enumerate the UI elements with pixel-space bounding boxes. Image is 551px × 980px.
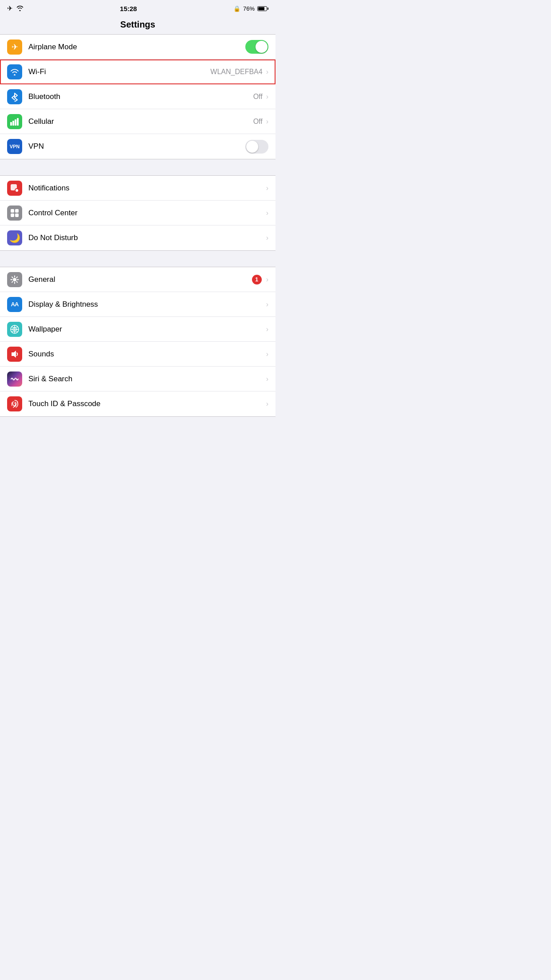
- orientation-lock-icon: 🔒: [233, 5, 240, 12]
- notifications-icon: [7, 181, 22, 196]
- row-vpn[interactable]: VPN VPN: [0, 134, 276, 159]
- row-display[interactable]: AA Display & Brightness ›: [0, 292, 276, 317]
- svg-rect-7: [11, 209, 14, 213]
- row-cellular[interactable]: Cellular Off ›: [0, 109, 276, 134]
- display-label: Display & Brightness: [28, 300, 265, 309]
- bluetooth-value: Off: [253, 93, 263, 101]
- cellular-icon: [7, 114, 22, 129]
- wallpaper-icon: [7, 322, 22, 337]
- status-left-icons: ✈: [7, 4, 24, 12]
- row-bluetooth[interactable]: Bluetooth Off ›: [0, 84, 276, 109]
- siri-label: Siri & Search: [28, 375, 265, 383]
- wifi-label: Wi-Fi: [28, 67, 210, 76]
- notifications-chevron: ›: [266, 184, 268, 192]
- wifi-value: WLAN_DEFBA4: [210, 68, 262, 76]
- bluetooth-label: Bluetooth: [28, 92, 253, 101]
- section-connectivity: ✈ Airplane Mode Wi-Fi WLAN_DEFBA4 › Blue…: [0, 34, 276, 159]
- display-chevron: ›: [266, 300, 268, 308]
- airplane-mode-label: Airplane Mode: [28, 43, 245, 51]
- control-center-chevron: ›: [266, 209, 268, 217]
- svg-rect-9: [11, 213, 14, 217]
- status-bar: ✈ 15:28 🔒 76%: [0, 0, 276, 16]
- svg-rect-1: [12, 121, 14, 126]
- battery-percentage: 76%: [243, 5, 255, 12]
- airplane-mode-toggle[interactable]: [245, 40, 268, 54]
- wifi-chevron: ›: [266, 68, 268, 76]
- touch-id-label: Touch ID & Passcode: [28, 399, 265, 408]
- wallpaper-label: Wallpaper: [28, 325, 265, 334]
- do-not-disturb-icon: 🌙: [7, 230, 22, 245]
- vpn-label: VPN: [28, 142, 245, 151]
- cellular-chevron: ›: [266, 118, 268, 126]
- row-siri[interactable]: Siri & Search ›: [0, 367, 276, 391]
- notifications-label: Notifications: [28, 184, 265, 193]
- svg-point-6: [16, 189, 18, 192]
- row-wallpaper[interactable]: Wallpaper ›: [0, 317, 276, 342]
- wifi-status-icon: [16, 5, 24, 12]
- siri-icon: [7, 371, 22, 387]
- row-general[interactable]: General 1 ›: [0, 267, 276, 292]
- general-icon: [7, 272, 22, 287]
- status-right: 🔒 76%: [233, 5, 268, 12]
- row-control-center[interactable]: Control Center ›: [0, 201, 276, 225]
- svg-rect-3: [17, 118, 19, 126]
- general-badge: 1: [252, 275, 262, 285]
- vpn-icon: VPN: [7, 139, 22, 154]
- row-touch-id[interactable]: Touch ID & Passcode ›: [0, 391, 276, 416]
- row-notifications[interactable]: Notifications ›: [0, 176, 276, 201]
- vpn-toggle[interactable]: [245, 140, 268, 154]
- svg-rect-8: [15, 209, 19, 213]
- section-gap-1: [0, 159, 276, 175]
- row-wifi[interactable]: Wi-Fi WLAN_DEFBA4 ›: [0, 59, 276, 84]
- page-title: Settings: [0, 16, 276, 34]
- touch-id-icon: [7, 396, 22, 411]
- do-not-disturb-label: Do Not Disturb: [28, 233, 265, 242]
- control-center-label: Control Center: [28, 209, 265, 217]
- airplane-mode-icon: ✈: [7, 4, 13, 12]
- svg-rect-2: [15, 119, 16, 126]
- cellular-value: Off: [253, 118, 263, 126]
- display-icon: AA: [7, 297, 22, 312]
- battery-icon: [257, 6, 268, 11]
- wallpaper-chevron: ›: [266, 325, 268, 333]
- row-sounds[interactable]: Sounds ›: [0, 342, 276, 367]
- section-gap-2: [0, 251, 276, 267]
- svg-rect-0: [10, 122, 12, 126]
- general-chevron: ›: [266, 276, 268, 284]
- cellular-label: Cellular: [28, 117, 253, 126]
- status-time: 15:28: [120, 5, 137, 12]
- sounds-label: Sounds: [28, 350, 265, 359]
- wifi-icon: [7, 64, 22, 79]
- svg-rect-10: [15, 213, 19, 217]
- airplane-mode-icon: ✈: [7, 40, 22, 55]
- touch-id-chevron: ›: [266, 400, 268, 408]
- sounds-chevron: ›: [266, 350, 268, 358]
- section-general: General 1 › AA Display & Brightness › Wa…: [0, 267, 276, 417]
- row-airplane-mode[interactable]: ✈ Airplane Mode: [0, 35, 276, 59]
- row-do-not-disturb[interactable]: 🌙 Do Not Disturb ›: [0, 225, 276, 250]
- sounds-icon: [7, 347, 22, 362]
- control-center-icon: [7, 205, 22, 221]
- bluetooth-chevron: ›: [266, 93, 268, 101]
- section-notifications: Notifications › Control Center › 🌙 Do No…: [0, 175, 276, 251]
- general-label: General: [28, 275, 252, 284]
- svg-marker-17: [12, 351, 16, 358]
- siri-chevron: ›: [266, 375, 268, 383]
- bluetooth-icon: [7, 89, 22, 104]
- do-not-disturb-chevron: ›: [266, 234, 268, 242]
